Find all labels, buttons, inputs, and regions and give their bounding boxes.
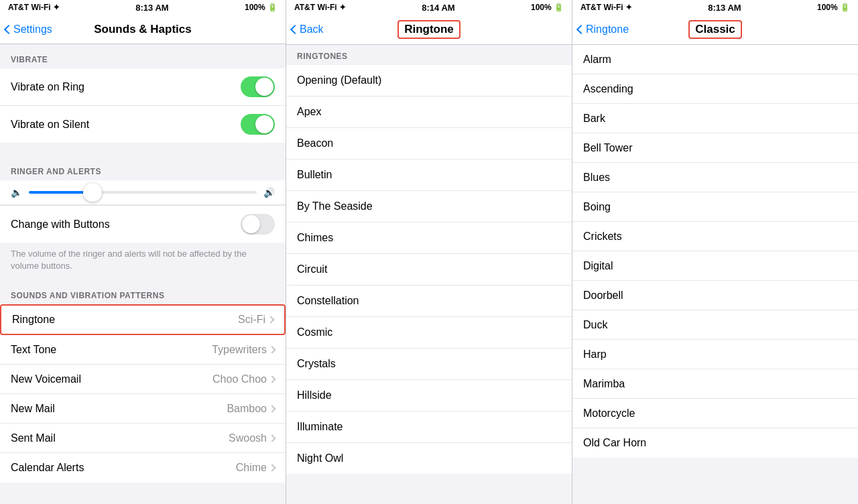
change-with-buttons-toggle[interactable] bbox=[241, 214, 275, 235]
ringtone-item-label: Beacon bbox=[297, 137, 333, 149]
vibrate-ring-item[interactable]: Vibrate on Ring bbox=[0, 68, 286, 106]
calendar-alerts-label: Calendar Alerts bbox=[11, 462, 84, 474]
ringtone-list-item[interactable]: Bulletin bbox=[286, 160, 572, 191]
ringtone-item-label: Crystals bbox=[297, 358, 336, 370]
ringtone-list-item[interactable]: Apex bbox=[286, 97, 572, 128]
time-3: 8:13 AM bbox=[708, 3, 741, 13]
ringtone-list-item[interactable]: Hillside bbox=[286, 380, 572, 412]
classics-list: AlarmAscendingBarkBell TowerBluesBoingCr… bbox=[572, 45, 858, 458]
panel-classic: AT&T Wi-Fi ✦ 8:13 AM 100% 🔋 Ringtone Cla… bbox=[572, 0, 858, 504]
volume-high-icon: 🔊 bbox=[263, 187, 275, 198]
content-2: RINGTONES Opening (Default)ApexBeaconBul… bbox=[286, 45, 572, 504]
classic-item-label: Ascending bbox=[583, 83, 633, 95]
classic-item-label: Duck bbox=[583, 319, 607, 331]
ringtone-item-label: Circuit bbox=[297, 263, 327, 275]
nav-title-1: Sounds & Haptics bbox=[94, 23, 191, 36]
vibrate-ring-toggle[interactable] bbox=[241, 76, 275, 97]
volume-slider-track[interactable] bbox=[29, 191, 257, 194]
volume-low-icon: 🔈 bbox=[11, 187, 22, 198]
ringtones-section-label: RINGTONES bbox=[286, 45, 572, 65]
ringer-list: 🔈 🔊 Change with Buttons bbox=[0, 180, 286, 243]
ringtone-list-item[interactable]: Chimes bbox=[286, 223, 572, 254]
classic-list-item[interactable]: Alarm bbox=[572, 45, 858, 74]
ringtone-item-label: Night Owl bbox=[297, 452, 343, 464]
volume-slider-area[interactable]: 🔈 🔊 bbox=[0, 180, 286, 205]
nav-bar-3: Ringtone Classic bbox=[572, 15, 858, 45]
new-mail-item[interactable]: New Mail Bamboo bbox=[0, 394, 286, 424]
classic-item-label: Boing bbox=[583, 201, 611, 213]
carrier-2: AT&T Wi-Fi ✦ bbox=[294, 3, 346, 12]
back-label-3: Ringtone bbox=[586, 23, 629, 36]
classic-item-label: Marimba bbox=[583, 378, 625, 390]
panel-ringtone: AT&T Wi-Fi ✦ 8:14 AM 100% 🔋 Back Rington… bbox=[286, 0, 572, 504]
volume-slider-thumb[interactable] bbox=[83, 183, 102, 202]
chevron-left-icon-1 bbox=[4, 24, 13, 34]
ringtone-list-item[interactable]: Illuminate bbox=[286, 412, 572, 443]
nav-title-3: Classic bbox=[688, 20, 742, 39]
battery-1: 100% 🔋 bbox=[245, 3, 278, 12]
classic-list-item[interactable]: Bell Tower bbox=[572, 133, 858, 163]
classic-list-item[interactable]: Ascending bbox=[572, 74, 858, 104]
classic-list-item[interactable]: Boing bbox=[572, 192, 858, 222]
new-voicemail-item[interactable]: New Voicemail Choo Choo bbox=[0, 365, 286, 394]
classic-list-item[interactable]: Old Car Horn bbox=[572, 428, 858, 458]
classic-list-item[interactable]: Crickets bbox=[572, 222, 858, 251]
classic-list-item[interactable]: Marimba bbox=[572, 369, 858, 399]
back-button-2[interactable]: Back bbox=[292, 23, 324, 36]
classic-item-label: Doorbell bbox=[583, 290, 623, 302]
ringtone-item-label: Apex bbox=[297, 106, 321, 118]
back-label-2: Back bbox=[300, 23, 324, 36]
nav-bar-2: Back Ringtone bbox=[286, 15, 572, 45]
cwb-note: The volume of the ringer and alerts will… bbox=[0, 243, 286, 280]
classic-list-item[interactable]: Motorcycle bbox=[572, 399, 858, 428]
vibrate-silent-label: Vibrate on Silent bbox=[11, 119, 89, 131]
ringtone-list-item[interactable]: Circuit bbox=[286, 254, 572, 286]
classic-item-label: Crickets bbox=[583, 231, 622, 243]
carrier-3: AT&T Wi-Fi ✦ bbox=[580, 3, 632, 12]
new-voicemail-label: New Voicemail bbox=[11, 373, 81, 385]
ringtone-list-item[interactable]: Beacon bbox=[286, 128, 572, 160]
sent-mail-item[interactable]: Sent Mail Swoosh bbox=[0, 424, 286, 453]
classic-item-label: Bell Tower bbox=[583, 142, 633, 154]
back-button-3[interactable]: Ringtone bbox=[578, 23, 629, 36]
classic-list-item[interactable]: Digital bbox=[572, 251, 858, 281]
classic-list-item[interactable]: Duck bbox=[572, 310, 858, 340]
ringtone-list-item[interactable]: Night Owl bbox=[286, 443, 572, 474]
classic-item-label: Bark bbox=[583, 113, 605, 125]
ringtone-item-label: By The Seaside bbox=[297, 200, 373, 212]
ringtone-list-item[interactable]: Opening (Default) bbox=[286, 65, 572, 97]
ringtone-list-item[interactable]: Constellation bbox=[286, 286, 572, 317]
vibrate-silent-item[interactable]: Vibrate on Silent bbox=[0, 106, 286, 143]
classic-item-label: Old Car Horn bbox=[583, 437, 646, 449]
sent-mail-value: Swoosh bbox=[229, 432, 275, 444]
status-left-2: AT&T Wi-Fi ✦ bbox=[294, 3, 346, 12]
carrier-1: AT&T Wi-Fi ✦ bbox=[8, 3, 60, 12]
change-with-buttons-item[interactable]: Change with Buttons bbox=[0, 205, 286, 243]
new-voicemail-value: Choo Choo bbox=[212, 373, 275, 385]
status-left-3: AT&T Wi-Fi ✦ bbox=[580, 3, 632, 12]
calendar-alerts-item[interactable]: Calendar Alerts Chime bbox=[0, 453, 286, 483]
ringtone-item[interactable]: Ringtone Sci-Fi bbox=[0, 304, 286, 335]
vibrate-silent-toggle[interactable] bbox=[241, 114, 275, 135]
gap-1 bbox=[0, 143, 286, 156]
ringtone-list-item[interactable]: Cosmic bbox=[286, 317, 572, 349]
classic-item-label: Motorcycle bbox=[583, 407, 635, 420]
classic-list-item[interactable]: Doorbell bbox=[572, 281, 858, 310]
ringtone-list-item[interactable]: Crystals bbox=[286, 349, 572, 380]
sounds-section-header: SOUNDS AND VIBRATION PATTERNS bbox=[0, 280, 286, 304]
text-tone-chevron bbox=[268, 346, 275, 353]
classic-list-item[interactable]: Harp bbox=[572, 340, 858, 369]
new-mail-chevron bbox=[268, 405, 275, 412]
classic-list-item[interactable]: Blues bbox=[572, 163, 858, 192]
ringtone-list-item[interactable]: By The Seaside bbox=[286, 191, 572, 223]
text-tone-item[interactable]: Text Tone Typewriters bbox=[0, 335, 286, 365]
ringer-section-header: RINGER AND ALERTS bbox=[0, 156, 286, 180]
back-button-1[interactable]: Settings bbox=[5, 23, 52, 36]
ringtone-item-label: Opening (Default) bbox=[297, 74, 381, 86]
ringtone-item-label: Illuminate bbox=[297, 421, 343, 433]
classic-list-item[interactable]: Bark bbox=[572, 104, 858, 133]
nav-bar-1: Settings Sounds & Haptics bbox=[0, 15, 286, 44]
new-voicemail-chevron bbox=[268, 375, 275, 383]
vibrate-list: Vibrate on Ring Vibrate on Silent bbox=[0, 68, 286, 143]
ringtone-item-label: Chimes bbox=[297, 232, 333, 244]
